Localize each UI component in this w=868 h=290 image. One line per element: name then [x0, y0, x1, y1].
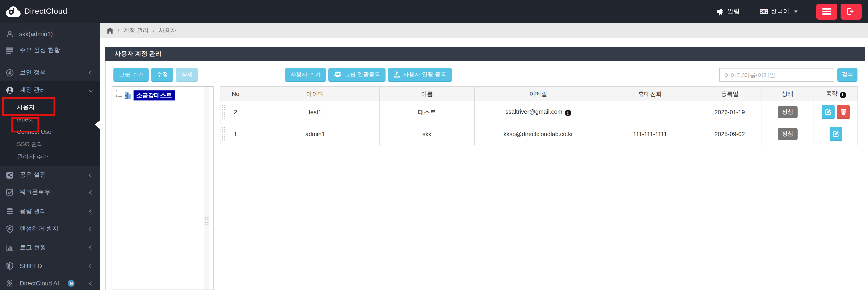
sidebar-user-label: skk(admin1): [19, 30, 53, 37]
sidebar-item-guest[interactable]: Guest: [0, 113, 100, 125]
cell-phone: 111-111-1111: [602, 123, 698, 145]
tree-node[interactable]: 소금강테스트: [116, 90, 175, 101]
delete-user-button[interactable]: [837, 105, 850, 119]
sidebar-item-workflow[interactable]: 워크플로우: [0, 184, 100, 201]
col-status: 상태: [761, 86, 814, 101]
sidebar-item-label: 용량 관리: [20, 207, 46, 216]
breadcrumb-separator: /: [118, 27, 119, 34]
cell-name: skk: [379, 123, 474, 145]
user-add-button[interactable]: 사용자 추가: [285, 68, 326, 82]
sidebar-item-add-admin[interactable]: 관리자 추가: [0, 150, 100, 162]
cell-actions: [814, 101, 858, 123]
user-bulk-register-button[interactable]: 사용자 일괄 등록: [388, 68, 452, 82]
user-outline-icon: [6, 30, 14, 38]
user-bulk-label: 사용자 일괄 등록: [403, 71, 446, 78]
breadcrumb-separator: /: [153, 27, 155, 34]
sidebar-item-label: 로그 현황: [20, 244, 46, 252]
sidebar-item-account-management[interactable]: 계정 관리: [0, 81, 100, 99]
edit-icon: [833, 131, 839, 137]
group-delete-button[interactable]: 삭제: [176, 68, 198, 82]
cell-no: 1: [220, 123, 251, 145]
sidebar-item-settings-status[interactable]: 주요 설정 현황: [0, 42, 100, 59]
search-input[interactable]: [719, 68, 834, 82]
notifications-button[interactable]: 알림: [716, 7, 740, 15]
panel-body: 그룹 추가 수정 삭제 사용자 추가 그룹 일괄등록: [105, 61, 865, 290]
cloud-logo-icon: [5, 6, 21, 17]
info-icon[interactable]: i: [839, 92, 846, 98]
svg-text:AI: AI: [8, 282, 11, 285]
chevron-down-icon: [794, 10, 798, 12]
users-icon: [334, 71, 342, 78]
megaphone-icon: [716, 7, 724, 15]
sidebar-item-shield[interactable]: SHIELD: [0, 257, 100, 275]
tree-node-label[interactable]: 소금강테스트: [133, 90, 175, 101]
sidebar-item-security-policy[interactable]: 보안 정책: [0, 64, 100, 81]
sidebar-item-share-settings[interactable]: 공유 설정: [0, 166, 100, 184]
logout-button[interactable]: [841, 3, 862, 20]
topbar-right: 알림 한국어: [716, 3, 868, 20]
col-date: 등록일: [698, 86, 761, 101]
user-table: No 아이디 이름 이메일 휴대전화 등록일 상태 동작i 2: [220, 86, 858, 145]
sidebar-user[interactable]: skk(admin1): [0, 26, 100, 42]
trash-icon: [840, 108, 846, 115]
group-add-button[interactable]: 그룹 추가: [114, 68, 149, 82]
sidebar-item-capacity[interactable]: 용량 관리: [0, 203, 100, 220]
table-row: 2 test1 테스트 ssaltriver@gmail.comi 2026-0…: [220, 101, 858, 123]
shield-check-icon: [6, 225, 14, 233]
user-circle-icon: [6, 86, 14, 94]
bar-chart-icon: [6, 244, 14, 251]
menu-toggle-button[interactable]: [816, 3, 837, 20]
sidebar-item-label: 주요 설정 현황: [20, 46, 60, 55]
new-badge: N: [68, 280, 75, 287]
user-toolbar: 사용자 추가 그룹 일괄등록 사용자 일괄 등록: [285, 68, 452, 82]
breadcrumb-account-management[interactable]: 계정 관리: [123, 27, 149, 35]
chevron-left-icon: [89, 173, 94, 177]
tree-splitter[interactable]: [205, 87, 209, 290]
upload-icon: [394, 71, 400, 78]
app-window: DirectCloud 알림 한국어: [0, 0, 868, 290]
korea-flag-icon: [760, 9, 768, 14]
breadcrumb: / 계정 관리 / 사용자: [100, 23, 868, 38]
check-square-icon: [6, 188, 14, 196]
search-button[interactable]: 검색: [837, 68, 858, 82]
ai-atom-icon: AI: [6, 279, 14, 287]
group-edit-button[interactable]: 수정: [151, 68, 174, 82]
language-selector[interactable]: 한국어: [760, 7, 798, 15]
cell-no: 2: [220, 101, 251, 123]
edit-user-button[interactable]: [822, 105, 835, 119]
sidebar-item-connect-user[interactable]: Connect User: [0, 125, 100, 138]
topbar: DirectCloud 알림 한국어: [0, 0, 868, 23]
active-item-arrow: [95, 120, 100, 129]
sidebar: skk(admin1) 주요 설정 현황 보안 정책 계정 관: [0, 23, 100, 290]
chevron-down-icon: [89, 88, 94, 92]
edit-user-button[interactable]: [829, 127, 842, 141]
sidebar-item-logs[interactable]: 로그 현황: [0, 239, 100, 256]
drag-handle-icon[interactable]: [221, 126, 225, 142]
sidebar-item-label: 보안 정책: [20, 69, 46, 77]
sidebar-item-users[interactable]: 사용자: [0, 101, 100, 113]
tree-connector-icon: [116, 90, 122, 97]
chevron-left-icon: [89, 209, 94, 214]
language-label: 한국어: [771, 7, 789, 15]
breadcrumb-users[interactable]: 사용자: [159, 27, 177, 35]
group-bulk-register-button[interactable]: 그룹 일괄등록: [328, 68, 386, 82]
edit-icon: [825, 108, 831, 115]
sidebar-item-sso[interactable]: SSO 관리: [0, 138, 100, 150]
col-phone: 휴대전화: [602, 86, 698, 101]
group-bulk-label: 그룹 일괄등록: [344, 71, 380, 78]
sidebar-item-directcloud-ai[interactable]: AI DirectCloud AI N: [0, 275, 100, 290]
sidebar-item-label: SHIELD: [20, 262, 42, 269]
share-icon: [6, 171, 14, 179]
status-badge: 정상: [778, 128, 797, 140]
cell-email: ssaltriver@gmail.comi: [474, 101, 602, 123]
cell-status: 정상: [761, 123, 814, 145]
sidebar-item-label: DirectCloud AI: [20, 280, 59, 287]
page-title: 사용자 계정 관리: [105, 47, 865, 61]
sidebar-item-ransomware[interactable]: 랜섬웨어 방지: [0, 220, 100, 238]
cell-actions: [814, 123, 858, 145]
info-icon[interactable]: i: [564, 110, 571, 116]
home-icon[interactable]: [106, 27, 114, 34]
col-id: 아이디: [251, 86, 379, 101]
drag-handle-icon[interactable]: [221, 104, 225, 120]
splitter-grip-icon: [205, 216, 208, 226]
